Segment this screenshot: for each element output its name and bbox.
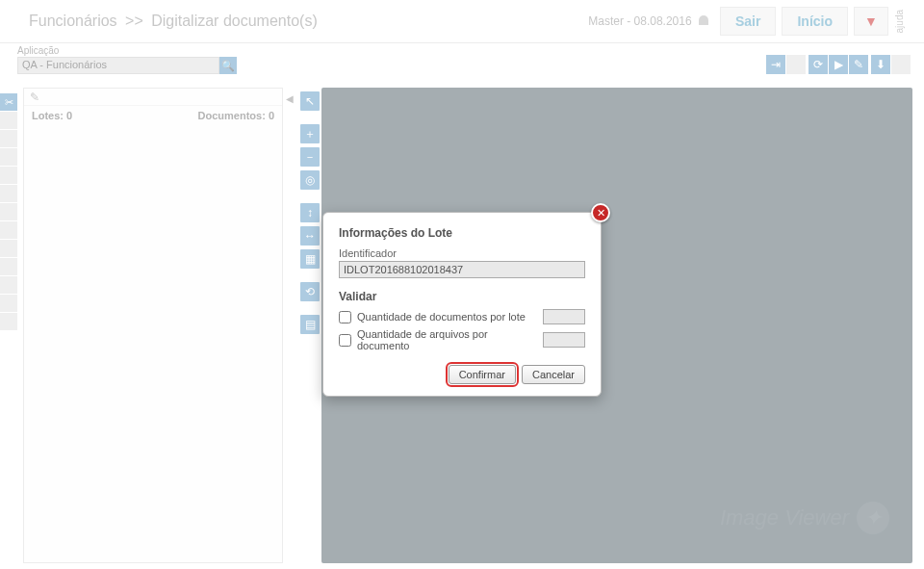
identifier-input[interactable]	[339, 261, 585, 278]
validate-files-per-doc-row: Quantidade de arquivos por documento	[339, 328, 585, 351]
validate-docs-per-lot-label: Quantidade de documentos por lote	[357, 311, 526, 323]
validate-files-per-doc-checkbox[interactable]	[339, 334, 351, 347]
validate-docs-per-lot-input[interactable]	[543, 309, 585, 324]
close-icon[interactable]: ✕	[591, 203, 610, 222]
validate-files-per-doc-label: Quantidade de arquivos por documento	[357, 328, 537, 351]
cancel-button[interactable]: Cancelar	[522, 365, 585, 384]
validate-label: Validar	[339, 290, 585, 303]
dialog-title: Informações do Lote	[339, 226, 585, 240]
lot-info-dialog: ✕ Informações do Lote Identificador Vali…	[322, 212, 602, 397]
identifier-label: Identificador	[339, 247, 585, 259]
validate-files-per-doc-input[interactable]	[543, 332, 585, 348]
confirm-button[interactable]: Confirmar	[449, 365, 516, 384]
dialog-button-row: Confirmar Cancelar	[339, 365, 585, 384]
validate-docs-per-lot-row: Quantidade de documentos por lote	[339, 309, 585, 324]
validate-docs-per-lot-checkbox[interactable]	[339, 311, 351, 323]
modal-overlay: ✕ Informações do Lote Identificador Vali…	[0, 0, 924, 569]
